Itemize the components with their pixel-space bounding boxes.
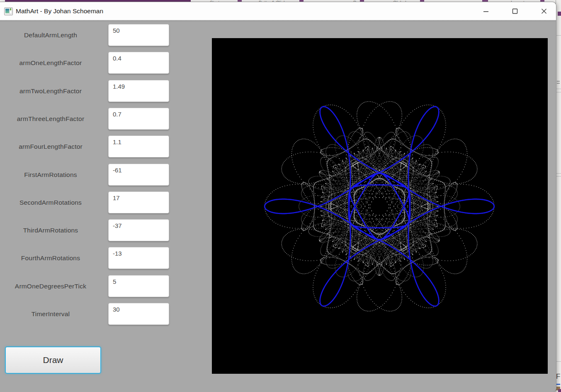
parameter-label: armThreeLengthFactor (3, 108, 98, 130)
close-button[interactable] (534, 2, 554, 20)
background-partial-letter: F (556, 373, 560, 381)
app-window: MathArt - By Johan Schoeman DefaultArmLe… (0, 2, 556, 392)
parameter-label: armTwoLengthFactor (3, 80, 98, 102)
parameter-row: armFourLengthFactor (0, 136, 174, 157)
background-window-accent (556, 384, 560, 385)
parameter-input[interactable] (108, 247, 169, 269)
parameter-label: ThirdArmRotations (3, 219, 98, 241)
parameter-input[interactable] (108, 219, 169, 241)
parameter-row: ThirdArmRotations (0, 219, 174, 241)
background-window-accent (558, 389, 561, 392)
parameter-row: DefaultArmLength (0, 24, 174, 46)
titlebar: MathArt - By Johan Schoeman (0, 2, 556, 20)
parameter-row: ArmOneDegreesPerTick (0, 275, 174, 297)
parameter-input[interactable] (108, 24, 169, 46)
parameter-label: DefaultArmLength (3, 24, 98, 46)
parameter-row: SecondArmRotations (0, 191, 174, 213)
parameter-label: FirstArmRotations (3, 164, 98, 186)
parameter-input[interactable] (108, 303, 169, 325)
minimize-icon (483, 8, 489, 14)
close-icon (541, 8, 547, 14)
window-title: MathArt - By Johan Schoeman (16, 2, 103, 20)
desktop: { "window": { "title": "MathArt - By Joh… (0, 0, 561, 392)
parameter-row: FourthArmRotations (0, 247, 174, 269)
maximize-button[interactable] (505, 2, 525, 20)
parameter-input[interactable] (108, 191, 169, 213)
parameter-label: ArmOneDegreesPerTick (3, 275, 98, 297)
parameter-input[interactable] (108, 108, 169, 130)
minimize-button[interactable] (476, 2, 495, 20)
parameter-input[interactable] (108, 136, 169, 157)
parameter-input[interactable] (108, 164, 169, 186)
parameter-input[interactable] (108, 80, 169, 102)
parameter-label: SecondArmRotations (3, 191, 98, 213)
parameter-row: armTwoLengthFactor (0, 80, 174, 102)
app-icon (4, 7, 13, 15)
parameter-label: TimerInterval (3, 303, 98, 325)
background-window-mark (558, 12, 561, 16)
math-art-canvas (212, 38, 548, 374)
parameter-label: armFourLengthFactor (3, 136, 98, 157)
parameter-row: armOneLengthFactor (0, 52, 174, 74)
parameter-row: FirstArmRotations (0, 164, 174, 186)
draw-button[interactable]: Draw (5, 346, 101, 374)
parameter-row: TimerInterval (0, 303, 174, 325)
maximize-icon (512, 8, 518, 14)
parameter-input[interactable] (108, 52, 169, 74)
parameter-label: FourthArmRotations (3, 247, 98, 269)
parameter-row: armThreeLengthFactor (0, 108, 174, 130)
parameter-input[interactable] (108, 275, 169, 297)
parameter-label: armOneLengthFactor (3, 52, 98, 74)
